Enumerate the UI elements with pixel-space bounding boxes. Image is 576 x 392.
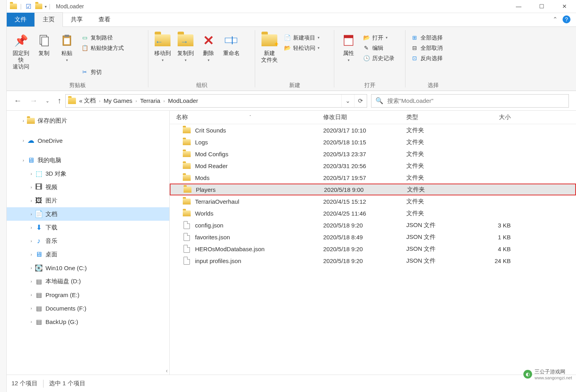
pin-to-quick-access-button[interactable]: 📌 固定到快 速访问 [11, 31, 31, 70]
tree-item[interactable]: ›♪音乐 [7, 234, 169, 248]
invert-selection-button[interactable]: ⊡反向选择 [409, 54, 444, 62]
breadcrumb-item[interactable]: 文档 [84, 97, 96, 104]
expand-icon[interactable]: › [28, 319, 34, 324]
copy-to-button[interactable]: → 复制到▾ [175, 31, 196, 62]
cut-button[interactable]: ✂剪切 [80, 68, 125, 76]
breadcrumb-item[interactable]: ModLoader [168, 97, 198, 104]
tab-file[interactable]: 文件 [7, 13, 34, 27]
file-row[interactable]: HEROsModDatabase.json 2020/5/18 9:20 JSO… [170, 243, 576, 255]
column-header-date[interactable]: 修改日期 [320, 114, 403, 121]
breadcrumb-item[interactable]: My Games [104, 97, 133, 104]
address-dropdown-button[interactable]: ⌄ [341, 95, 354, 107]
back-button[interactable]: ← [14, 96, 22, 105]
refresh-button[interactable]: ⟳ [354, 95, 367, 107]
tree-item[interactable]: ›▤Program (E:) [7, 288, 169, 301]
help-icon[interactable]: ? [563, 15, 570, 23]
expand-icon[interactable]: › [28, 212, 34, 216]
expand-icon[interactable]: › [20, 138, 27, 143]
new-folder-button[interactable]: ✦ 新建 文件夹 [259, 31, 280, 63]
qat-properties-icon[interactable]: ☑ [23, 1, 34, 11]
tab-share[interactable]: 共享 [63, 13, 91, 27]
chevron-right-icon[interactable]: › [162, 98, 167, 103]
select-all-button[interactable]: ⊞全部选择 [409, 33, 444, 42]
search-input[interactable] [387, 97, 565, 104]
tree-item-label: BackUp (G:) [45, 318, 78, 325]
file-row[interactable]: Worlds 2020/4/25 11:46 文件夹 [170, 207, 576, 219]
move-to-button[interactable]: ← 移动到▾ [152, 31, 173, 62]
tree-item[interactable]: ›▤Documents (F:) [7, 301, 169, 315]
expand-icon[interactable]: › [28, 239, 34, 243]
tree-item[interactable]: ›保存的图片 [7, 114, 169, 127]
paste-shortcut-button[interactable]: 📋粘贴快捷方式 [80, 44, 125, 52]
expand-icon[interactable]: › [28, 225, 34, 230]
tree-item[interactable]: ›🖥桌面 [7, 248, 169, 261]
edit-button[interactable]: ✎编辑 [361, 44, 396, 52]
expand-icon[interactable]: › [20, 158, 27, 163]
file-row[interactable]: Mod Reader 2020/3/31 20:56 文件夹 [170, 160, 576, 172]
file-row[interactable]: input profiles.json 2020/5/18 9:20 JSON … [170, 255, 576, 267]
tree-item[interactable]: ›▤BackUp (G:) [7, 315, 169, 328]
recent-locations-button[interactable]: ⌄ [45, 98, 49, 104]
minimize-button[interactable]: ― [507, 0, 530, 13]
close-button[interactable]: ✕ [553, 0, 576, 13]
tree-item[interactable]: ›⬇下载 [7, 221, 169, 234]
copy-button[interactable]: 复制 [34, 31, 54, 57]
file-row[interactable]: TerrariaOverhaul 2020/4/15 15:12 文件夹 [170, 195, 576, 207]
expand-icon[interactable]: › [28, 279, 34, 284]
expand-icon[interactable]: › [28, 252, 34, 257]
chevron-right-icon[interactable]: › [134, 98, 139, 103]
tree-item[interactable]: ›🖥我的电脑 [7, 153, 169, 167]
tree-item[interactable]: ›🎞视频 [7, 180, 169, 194]
expand-icon[interactable]: › [28, 306, 34, 311]
new-item-button[interactable]: 📄新建项目 ▾ [282, 33, 321, 42]
select-none-button[interactable]: ⊟全部取消 [409, 44, 444, 52]
paste-button[interactable]: 粘贴 ▾ [57, 31, 77, 62]
properties-button[interactable]: 属性▾ [338, 31, 359, 62]
file-row[interactable]: config.json 2020/5/18 9:20 JSON 文件 3 KB [170, 219, 576, 231]
column-header-name[interactable]: 名称ˆ [173, 114, 320, 121]
expand-icon[interactable]: › [28, 265, 34, 270]
expand-icon[interactable]: › [28, 292, 34, 297]
search-box[interactable]: 🔍 [371, 94, 569, 108]
file-icon [182, 256, 191, 265]
file-row[interactable]: Crit Sounds 2020/3/17 10:10 文件夹 [170, 124, 576, 136]
downloads-icon: ⬇ [34, 223, 43, 232]
column-header-type[interactable]: 类型 [403, 114, 466, 121]
file-row[interactable]: Logs 2020/5/18 10:15 文件夹 [170, 136, 576, 148]
qat-new-folder-icon[interactable] [34, 1, 44, 11]
easy-access-button[interactable]: 📂轻松访问 ▾ [282, 44, 321, 52]
expand-icon[interactable]: › [28, 171, 34, 176]
delete-button[interactable]: ✕ 删除▾ [198, 31, 219, 62]
tree-item[interactable]: ›▤本地磁盘 (D:) [7, 275, 169, 288]
copy-path-button[interactable]: ▭复制路径 [80, 33, 125, 42]
address-bar[interactable]: « 文档 › My Games › Terraria › ModLoader ⌄… [65, 94, 367, 108]
file-row[interactable]: Mod Configs 2020/5/13 23:37 文件夹 [170, 148, 576, 160]
forward-button[interactable]: → [30, 96, 38, 105]
file-name: HEROsModDatabase.json [195, 246, 265, 252]
tree-item[interactable]: ›📄文档 [7, 207, 169, 221]
tree-item[interactable]: ›⬚3D 对象 [7, 167, 169, 180]
file-row[interactable]: Mods 2020/5/17 19:57 文件夹 [170, 172, 576, 184]
group-label: 新建 [259, 81, 330, 90]
tab-home[interactable]: 主页 [34, 12, 63, 27]
tree-item[interactable]: ›💽Win10 One (C:) [7, 261, 169, 275]
expand-icon[interactable]: › [20, 118, 27, 123]
tree-item[interactable]: ›🖼图片 [7, 194, 169, 207]
column-header-size[interactable]: 大小 [466, 114, 514, 121]
chevron-right-icon[interactable]: › [97, 98, 102, 103]
qat-more-icon[interactable]: ▾ [45, 4, 47, 9]
collapse-ribbon-icon[interactable]: ⌃ [553, 16, 558, 23]
open-button[interactable]: 📂打开 ▾ [361, 33, 396, 42]
up-button[interactable]: ↑ [57, 96, 61, 105]
history-button[interactable]: 🕓历史记录 [361, 54, 396, 62]
rename-button[interactable]: 重命名 [221, 31, 242, 57]
expand-icon[interactable]: › [28, 198, 34, 203]
maximize-button[interactable]: ☐ [530, 0, 553, 13]
tab-view[interactable]: 查看 [91, 13, 118, 27]
expand-icon[interactable]: › [28, 185, 34, 189]
file-row[interactable]: favorites.json 2020/5/18 8:49 JSON 文件 1 … [170, 231, 576, 243]
breadcrumb-item[interactable]: Terraria [140, 97, 160, 104]
tree-item[interactable]: ›☁OneDrive [7, 134, 169, 147]
file-row[interactable]: Players 2020/5/18 9:00 文件夹 [170, 184, 576, 195]
tree-item-label: Documents (F:) [45, 305, 86, 312]
